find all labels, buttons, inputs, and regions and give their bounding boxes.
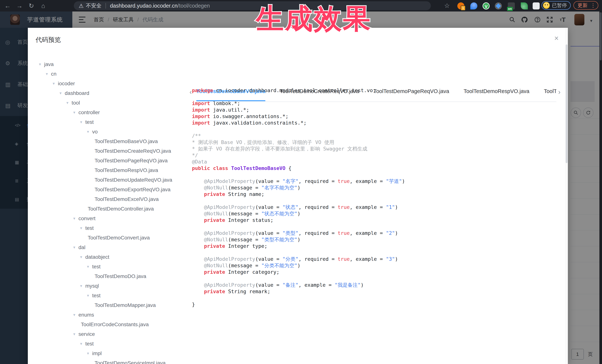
dialog-close-icon[interactable]: × [554, 34, 559, 42]
tree-file-node[interactable]: ToolTestDemoController.java [28, 204, 185, 214]
tree-file-node[interactable]: ToolTestDemoDO.java [28, 271, 185, 281]
code-line: private Integer status; [192, 217, 561, 223]
tree-node-label: tool [72, 100, 80, 106]
tree-folder-node[interactable]: ▾service [28, 329, 185, 339]
file-tree: ▾java▾cn▾iocoder▾dashboard▾tool▾controll… [28, 60, 185, 364]
tree-caret-icon[interactable]: ▾ [73, 216, 78, 221]
tree-caret-icon[interactable]: ▾ [39, 62, 44, 67]
browser-reload-button[interactable]: ↻ [27, 1, 36, 10]
tree-folder-node[interactable]: ▾java [28, 60, 185, 69]
tree-node-label: test [85, 119, 94, 125]
code-line: import lombok.*; [192, 100, 561, 107]
address-bar[interactable]: ⚠ 不安全 dashboard.yudao.iocoder.cn /tool/c… [74, 1, 431, 10]
tree-node-label: ToolTestDemoDO.java [95, 273, 146, 279]
tree-node-label: ToolTestDemoController.java [88, 206, 154, 212]
browser-forward-button[interactable]: → [15, 1, 24, 10]
dialog-scrollbar-thumb[interactable] [566, 44, 568, 163]
extension-icon-diamond[interactable] [495, 2, 502, 10]
browser-scrollbar-thumb[interactable] [600, 12, 602, 60]
tree-caret-icon[interactable]: ▾ [87, 264, 92, 269]
extension-icon-green-v[interactable]: V [483, 2, 490, 10]
screen: ← → ↻ ⌂ ⚠ 不安全 dashboard.yudao.iocoder.cn… [0, 0, 602, 364]
extension-icon-leaf[interactable] [521, 2, 528, 10]
tree-folder-node[interactable]: ▾test [28, 117, 185, 127]
dialog-scrollbar[interactable] [565, 28, 568, 364]
tree-file-node[interactable]: ToolTestDemoPageReqVO.java [28, 156, 185, 166]
tree-file-node[interactable]: ToolTestDemoExcelVO.java [28, 194, 185, 204]
bookmark-star-icon[interactable]: ☆ [444, 2, 451, 9]
code-line: */ [192, 152, 561, 158]
code-line: private Integer category; [192, 269, 561, 275]
tree-node-label: ToolErrorCodeConstants.java [81, 322, 149, 327]
browser-profile-button[interactable]: 已暂停 [542, 1, 571, 10]
tree-caret-icon[interactable]: ▾ [80, 226, 85, 230]
tabs-scroll-left-icon[interactable]: ‹ [190, 88, 192, 96]
tree-folder-node[interactable]: ▾convert [28, 214, 185, 223]
tree-folder-node[interactable]: ▾test [28, 262, 185, 271]
code-line: import io.swagger.annotations.*; [192, 113, 561, 120]
extension-icon-pin[interactable] [470, 2, 477, 10]
tree-caret-icon[interactable]: ▾ [73, 312, 78, 317]
tree-file-node[interactable]: ToolTestDemoCreateReqVO.java [28, 146, 185, 156]
tree-caret-icon[interactable]: ▾ [87, 129, 92, 134]
browser-menu-icon[interactable]: ⋮ [591, 2, 596, 9]
tree-folder-node[interactable]: ▾controller [28, 108, 185, 117]
code-line: private String name; [192, 191, 561, 198]
tree-caret-icon[interactable]: ▾ [53, 81, 58, 86]
tree-node-label: dashboard [65, 90, 89, 96]
extensions-puzzle-icon[interactable] [533, 2, 540, 10]
tree-caret-icon[interactable]: ▾ [73, 245, 78, 250]
code-line: private String remark; [192, 288, 561, 295]
tree-caret-icon[interactable]: ▾ [80, 255, 85, 260]
tree-caret-icon[interactable]: ▾ [87, 351, 92, 356]
tree-node-label: ToolTestDemoUpdateReqVO.java [95, 177, 172, 183]
code-line: @NotNull(message = "分类不能为空") [192, 262, 561, 269]
tree-caret-icon[interactable]: ▾ [73, 332, 78, 337]
annotation-watermark: 生成效果 [256, 0, 372, 38]
tree-folder-node[interactable]: ▾test [28, 339, 185, 349]
tree-caret-icon[interactable]: ▾ [87, 293, 92, 298]
tree-file-node[interactable]: ToolTestDemoExportReqVO.java [28, 185, 185, 194]
dialog-title: 代码预览 [36, 36, 61, 44]
tree-folder-node[interactable]: ▾impl [28, 349, 185, 358]
tree-caret-icon[interactable]: ▾ [80, 120, 85, 125]
tree-caret-icon[interactable]: ▾ [80, 341, 85, 346]
tree-file-node[interactable]: ToolTestDemoConvert.java [28, 233, 185, 243]
tree-file-node[interactable]: ToolTestDemoMapper.java [28, 301, 185, 310]
tree-folder-node[interactable]: ▾dal [28, 243, 185, 252]
tree-folder-node[interactable]: ▾mysql [28, 281, 185, 291]
tree-caret-icon[interactable]: ▾ [60, 91, 65, 96]
tree-node-label: dal [78, 244, 85, 250]
tree-folder-node[interactable]: ▾dataobject [28, 252, 185, 262]
browser-back-button[interactable]: ← [3, 1, 12, 10]
code-line [192, 275, 561, 282]
tree-caret-icon[interactable]: ▾ [73, 110, 78, 115]
tree-folder-node[interactable]: ▾iocoder [28, 79, 185, 88]
browser-update-button[interactable]: 更新 ⋮ [573, 1, 598, 10]
tree-caret-icon[interactable]: ▾ [66, 100, 72, 105]
extension-icon-switch[interactable]: on [508, 2, 515, 10]
tree-caret-icon[interactable]: ▾ [80, 284, 85, 288]
tree-file-node[interactable]: ToolTestDemoUpdateReqVO.java [28, 175, 185, 185]
tree-folder-node[interactable]: ▾tool [28, 98, 185, 108]
tree-caret-icon[interactable]: ▾ [46, 72, 51, 76]
extension-icon-orange[interactable]: 1 [457, 2, 464, 10]
browser-scrollbar[interactable] [599, 11, 602, 364]
tree-folder-node[interactable]: ▾vo [28, 127, 185, 137]
tree-folder-node[interactable]: ▾test [28, 291, 185, 301]
tree-node-label: dataobject [85, 254, 109, 260]
tree-file-node[interactable]: ToolTestDemoBaseVO.java [28, 137, 185, 146]
code-line: @Data [192, 158, 561, 165]
tree-file-node[interactable]: ToolTestDemoRespVO.java [28, 166, 185, 175]
tree-file-node[interactable]: ToolErrorCodeConstants.java [28, 320, 185, 329]
code-line: @ApiModelProperty(value = "类型", required… [192, 230, 561, 236]
code-preview-dialog: 代码预览 × ▾java▾cn▾iocoder▾dashboard▾tool▾c… [28, 28, 568, 364]
tree-folder-node[interactable]: ▾dashboard [28, 88, 185, 98]
code-viewer: package cn.iocoder.dashboard.modules.too… [192, 87, 561, 308]
tree-folder-node[interactable]: ▾test [28, 223, 185, 233]
tree-file-node[interactable]: ToolTestDemoServiceImpl.java [28, 358, 185, 364]
tree-folder-node[interactable]: ▾cn [28, 69, 185, 79]
browser-home-button[interactable]: ⌂ [39, 1, 47, 10]
code-line [192, 198, 561, 204]
tree-folder-node[interactable]: ▾enums [28, 310, 185, 320]
